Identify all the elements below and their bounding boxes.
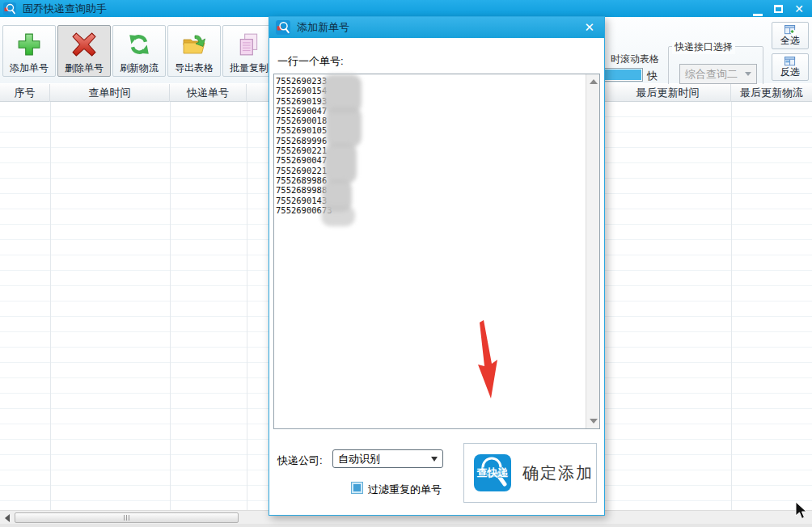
scrollbar-thumb[interactable] (15, 512, 239, 523)
filter-duplicates-label: 过滤重复的单号 (368, 483, 442, 497)
app-window: 固乔快递查询助手 ✕ 添加单号 (0, 0, 812, 527)
table-gridline (731, 102, 732, 510)
maximize-button[interactable] (774, 2, 783, 16)
chakuaidi-logo-icon: 查快递 (474, 454, 511, 491)
chevron-down-icon (431, 457, 438, 465)
invert-select-label: 反选 (780, 67, 800, 78)
toolbar-button-label: 删除单号 (65, 62, 104, 74)
column-header-last-update-status[interactable]: 最后更新物流 (731, 84, 812, 102)
table-gridline (170, 102, 171, 510)
filter-duplicates-checkbox[interactable] (351, 482, 363, 494)
scroll-table-option-text: 时滚动表格 (611, 53, 659, 66)
api-select-dropdown[interactable]: 综合查询二 (679, 64, 757, 84)
table-gridline (247, 102, 247, 510)
red-arrow-annotation (470, 318, 507, 402)
column-header-index[interactable]: 序号 (0, 84, 50, 102)
speed-text: 快 (647, 69, 658, 83)
refresh-icon (127, 26, 151, 62)
courier-company-value: 自动识别 (338, 452, 380, 466)
column-header-query-time[interactable]: 查单时间 (50, 84, 170, 102)
courier-company-dropdown[interactable]: 自动识别 (332, 449, 443, 468)
mouse-cursor (795, 501, 808, 521)
api-group-legend: 快递接口选择 (672, 40, 735, 54)
tracking-numbers-textarea[interactable]: 7552690233 7552690154 7552690193 7552690… (273, 74, 600, 429)
column-header-last-update-time[interactable]: 最后更新时间 (605, 84, 731, 102)
invert-select-button[interactable]: 反选 (772, 53, 809, 81)
minimize-button[interactable] (753, 2, 763, 16)
api-select-value: 综合查询二 (685, 67, 738, 82)
delete-x-icon (72, 26, 96, 62)
app-logo-icon (3, 2, 16, 15)
dialog-title: 添加新单号 (297, 20, 349, 35)
tracking-numbers-text: 7552690233 7552690154 7552690193 7552690… (276, 76, 584, 427)
dialog-close-button[interactable]: ✕ (581, 20, 598, 35)
refresh-logistics-button[interactable]: 刷新物流 (112, 25, 166, 77)
close-button[interactable]: ✕ (794, 3, 804, 15)
window-controls: ✕ (753, 2, 809, 16)
add-plus-icon (17, 26, 41, 62)
column-header-tracking-number[interactable]: 快递单号 (170, 84, 247, 102)
dialog-logo-icon (276, 20, 290, 35)
toolbar-button-label: 批量复制 (230, 62, 269, 74)
confirm-add-label: 确定添加 (522, 462, 594, 484)
batch-copy-icon (237, 26, 261, 62)
delete-number-button[interactable]: 删除单号 (57, 25, 111, 77)
dialog-titlebar[interactable]: 添加新单号 ✕ (269, 17, 604, 38)
scroll-down-button[interactable] (586, 415, 600, 428)
toolbar-button-label: 导出表格 (175, 62, 214, 74)
table-gridline (50, 102, 51, 510)
export-folder-icon (181, 26, 207, 62)
courier-company-label: 快递公司: (277, 453, 323, 468)
one-per-line-hint: 一行一个单号: (277, 54, 344, 69)
confirm-add-button[interactable]: 查快递 确定添加 (463, 443, 597, 503)
toolbar-button-label: 刷新物流 (120, 62, 159, 74)
window-title: 固乔快递查询助手 (23, 2, 107, 16)
add-number-button[interactable]: 添加单号 (2, 25, 56, 77)
textarea-scrollbar[interactable] (586, 74, 599, 428)
logo-text: 查快递 (476, 466, 509, 479)
chevron-down-icon (745, 72, 751, 79)
export-table-button[interactable]: 导出表格 (167, 25, 221, 77)
select-all-label: 全选 (780, 36, 800, 46)
select-all-button[interactable]: 全选 (772, 22, 809, 49)
main-titlebar[interactable]: 固乔快递查询助手 ✕ (0, 0, 812, 17)
window-bottom-edge (0, 524, 812, 527)
scroll-left-button[interactable] (0, 511, 14, 525)
toolbar-button-label: 添加单号 (10, 62, 49, 74)
add-numbers-dialog: 添加新单号 ✕ 一行一个单号: 7552690233 7552690154 75… (269, 16, 605, 516)
scroll-up-button[interactable] (586, 74, 600, 88)
